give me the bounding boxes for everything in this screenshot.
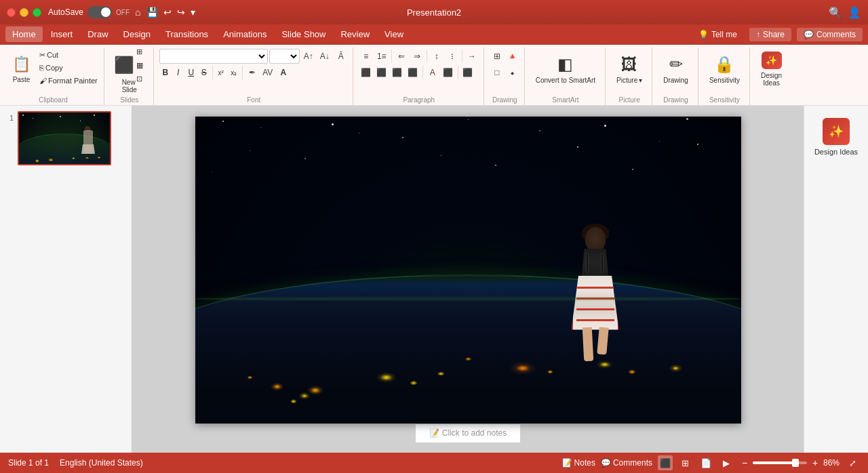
minimize-button[interactable] [20,8,28,17]
share-button[interactable]: ↑ Share [749,28,791,41]
search-icon[interactable]: 🔍 [829,6,842,19]
thumb-star [60,116,61,117]
close-button[interactable] [7,8,16,17]
notes-status-btn[interactable]: 📝 Notes [562,458,595,468]
star [441,155,441,156]
convert-smartart-btn[interactable]: ◧ Convert to SmartArt [530,49,601,89]
sensitivity-btn[interactable]: 🔒 Sensitivity [704,49,745,89]
undo-icon[interactable]: ↩ [163,7,172,18]
notes-icon: 📝 [429,428,439,438]
shape-effects-btn[interactable]: ⬥ [505,65,520,80]
underline-button[interactable]: U [185,66,197,79]
line-spacing-btn[interactable]: ↕ [429,49,444,64]
slideshow-view-btn[interactable]: ▶ [719,455,734,470]
text-shadow-btn[interactable]: ✒ [245,65,260,80]
align-left-btn[interactable]: ⬛ [359,65,374,80]
smartart-top: ◧ Convert to SmartArt [530,49,601,95]
shape-arrange-btn[interactable]: ⊞ [490,49,505,64]
shape-outline-btn[interactable]: □ [490,65,505,80]
zoom-slider[interactable] [753,461,807,464]
comments-status-btn[interactable]: 💬 Comments [601,458,652,468]
person-strap1 [586,253,589,273]
cut-icon: ✂ [39,51,45,60]
clear-format-btn[interactable]: Ā [334,49,349,64]
font-color-btn[interactable]: A [276,65,291,80]
tell-me-area[interactable]: 💡 Tell me [698,30,737,39]
new-slide-options[interactable]: ⊞ [134,45,145,58]
convert-to-smartart-btn[interactable]: ⬛ [460,65,475,80]
menu-slideshow[interactable]: Slide Show [275,26,332,42]
text-direction-btn[interactable]: A [425,65,440,80]
paste-button[interactable]: 📋 Paste [7,49,36,89]
font-size-decrease-btn[interactable]: A↓ [317,49,332,64]
format-painter-button[interactable]: 🖌 Format Painter [37,75,100,87]
zoom-out-btn[interactable]: − [739,457,750,468]
smartart-direction-btn[interactable]: → [465,49,479,64]
columns-btn[interactable]: ⫶ [445,49,460,64]
menu-design[interactable]: Design [117,26,157,42]
menu-home[interactable]: Home [5,26,43,42]
align-text-btn[interactable]: ⬛ [441,65,456,80]
thumb-star [80,121,81,121]
title-bar-right: 🔍 👤 [829,6,861,19]
zoom-slider-fill [753,461,793,464]
bullets-btn[interactable]: ≡ [359,49,374,64]
increase-indent-btn[interactable]: ⇒ [410,49,425,64]
shape-fill-btn[interactable]: 🔺 [505,49,520,64]
align-center-btn[interactable]: ⬛ [374,65,389,80]
font-top: A↑ A↓ Ā B I U S x² x₂ ✒ AV A [159,49,349,95]
zoom-in-btn[interactable]: + [810,457,821,468]
copy-button[interactable]: ⎘ Copy [37,62,100,74]
bold-button[interactable]: B [159,66,172,79]
design-ideas-sidebar-btn[interactable]: ✨ Design Ideas [809,112,863,161]
slide-layout-small-btns[interactable]: ▦ [134,59,145,71]
notes-area[interactable]: 📝 Click to add notes [416,424,520,443]
menu-view[interactable]: View [378,26,410,42]
drawing-top: ⊞ 🔺 □ ⬥ [490,49,520,95]
design-ideas-ribbon-btn[interactable]: ✨ DesignIdeas [755,49,787,89]
menu-draw[interactable]: Draw [81,26,115,42]
strikethrough-button[interactable]: S [198,66,210,79]
menu-insert[interactable]: Insert [44,26,80,42]
para-sep1 [391,49,392,63]
font-size-select[interactable] [269,49,300,64]
save-icon[interactable]: 💾 [146,7,158,18]
account-icon[interactable]: 👤 [848,6,861,19]
slide-canvas[interactable] [195,117,741,424]
more-icon[interactable]: ▾ [191,7,195,18]
grid-view-btn[interactable]: ⊞ [678,455,693,470]
picture-btn[interactable]: 🖼 Picture ▾ [611,49,648,89]
star [697,144,698,145]
fit-slide-btn[interactable]: ⤢ [845,455,860,470]
cut-button[interactable]: ✂ Cut [37,49,100,61]
menu-transitions[interactable]: Transitions [159,26,215,42]
person-head [585,227,606,251]
comments-button[interactable]: 💬 Comments [797,28,863,41]
menu-animations[interactable]: Animations [216,26,273,42]
normal-view-btn[interactable]: ⬛ [658,455,673,470]
maximize-button[interactable] [33,8,41,17]
font-size-increase-btn[interactable]: A↑ [301,49,316,64]
star [604,125,606,127]
align-right-btn[interactable]: ⬛ [390,65,405,80]
slide-thumbnail[interactable] [18,111,111,165]
superscript-button[interactable]: x² [215,66,227,79]
star [260,127,261,128]
zoom-slider-thumb[interactable] [792,459,799,467]
decrease-indent-btn[interactable]: ⇐ [394,49,409,64]
italic-button[interactable]: I [172,66,184,79]
justify-btn[interactable]: ⬛ [406,65,420,80]
subscript-button[interactable]: x₂ [228,66,240,79]
menu-review[interactable]: Review [334,26,376,42]
new-slide-button[interactable]: ⬛ ⊞ ▦ ⊡ NewSlide [110,49,149,89]
para-sep4 [422,66,423,79]
drawing-tool-btn[interactable]: ✏ Drawing [658,49,694,89]
redo-icon[interactable]: ↪ [177,7,185,18]
home-icon[interactable]: ⌂ [135,7,140,18]
star [212,171,212,172]
font-family-select[interactable] [159,49,268,64]
reading-view-btn[interactable]: 📄 [698,455,713,470]
autosave-toggle[interactable] [87,6,112,18]
char-spacing-btn[interactable]: AV [260,65,275,80]
numbering-btn[interactable]: 1≡ [374,49,389,64]
